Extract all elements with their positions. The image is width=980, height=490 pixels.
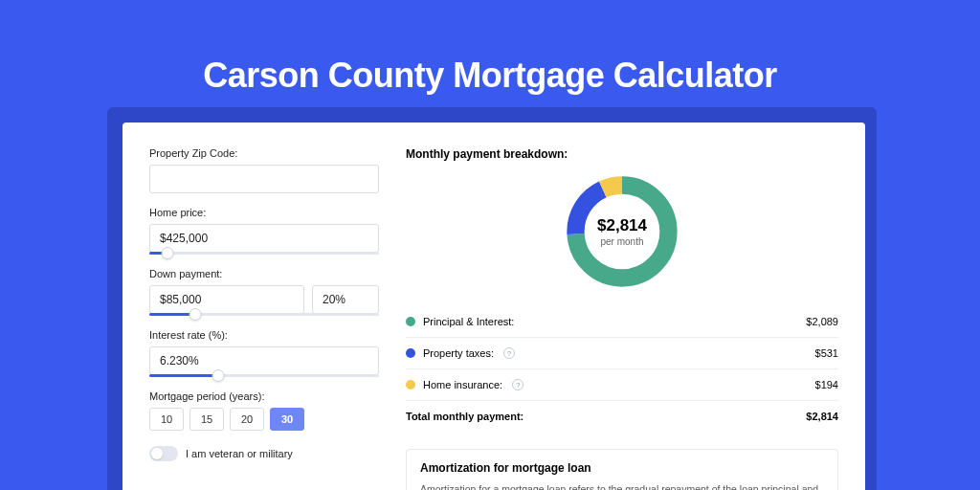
down-payment-input[interactable]: [149, 285, 304, 314]
zip-label: Property Zip Code:: [149, 147, 379, 159]
interest-rate-input[interactable]: [149, 346, 379, 375]
amortization-title: Amortization for mortgage loan: [420, 461, 824, 475]
field-zip: Property Zip Code:: [149, 147, 379, 193]
calculator-card: Property Zip Code: Home price: Down paym…: [122, 122, 865, 490]
slider-thumb[interactable]: [189, 308, 202, 321]
slider-thumb[interactable]: [212, 369, 225, 382]
interest-rate-slider[interactable]: [149, 374, 379, 377]
legend-value: $2,089: [806, 316, 838, 327]
legend-row-taxes: Property taxes: ? $531: [406, 338, 838, 369]
veteran-toggle[interactable]: [149, 446, 178, 461]
mortgage-period-options: 10 15 20 30: [149, 408, 379, 431]
slider-thumb[interactable]: [162, 247, 174, 259]
down-payment-pct-input[interactable]: [312, 285, 379, 314]
legend-total-label: Total monthly payment:: [406, 411, 523, 422]
breakdown-title: Monthly payment breakdown:: [406, 147, 838, 161]
interest-rate-label: Interest rate (%):: [149, 329, 379, 341]
legend-row-principal: Principal & Interest: $2,089: [406, 306, 838, 338]
donut-sublabel: per month: [600, 236, 643, 247]
form-column: Property Zip Code: Home price: Down paym…: [149, 147, 379, 490]
amortization-card: Amortization for mortgage loan Amortizat…: [406, 449, 838, 490]
page-background: Carson County Mortgage Calculator Proper…: [0, 0, 980, 490]
legend-row-insurance: Home insurance: ? $194: [406, 369, 838, 401]
field-mortgage-period: Mortgage period (years): 10 15 20 30: [149, 390, 379, 431]
info-icon[interactable]: ?: [503, 347, 515, 359]
field-interest-rate: Interest rate (%):: [149, 329, 379, 377]
zip-input[interactable]: [149, 165, 379, 193]
legend-label: Property taxes:: [423, 347, 494, 359]
veteran-label: I am veteran or military: [186, 448, 293, 459]
donut-chart: $2,814 per month: [561, 170, 683, 293]
info-icon[interactable]: ?: [512, 379, 523, 390]
period-option-20[interactable]: 20: [230, 408, 264, 431]
donut-wrap: $2,814 per month: [406, 170, 838, 293]
mortgage-period-label: Mortgage period (years):: [149, 390, 379, 402]
donut-center: $2,814 per month: [561, 170, 683, 293]
field-down-payment: Down payment:: [149, 268, 379, 316]
home-price-label: Home price:: [149, 207, 379, 218]
field-veteran: I am veteran or military: [149, 446, 379, 461]
period-option-30[interactable]: 30: [270, 408, 304, 431]
home-price-input[interactable]: [149, 224, 379, 253]
toggle-knob: [151, 448, 163, 459]
dot-icon: [406, 348, 415, 358]
field-home-price: Home price:: [149, 207, 379, 255]
page-title: Carson County Mortgage Calculator: [0, 56, 980, 96]
legend-label: Home insurance:: [423, 379, 502, 390]
breakdown-column: Monthly payment breakdown: $2,814 per mo…: [406, 147, 838, 490]
dot-icon: [406, 317, 415, 326]
legend-row-total: Total monthly payment: $2,814: [406, 401, 838, 432]
donut-value: $2,814: [597, 216, 647, 235]
home-price-slider[interactable]: [149, 252, 379, 255]
breakdown-legend: Principal & Interest: $2,089 Property ta…: [406, 306, 838, 432]
dot-icon: [406, 380, 415, 390]
legend-value: $194: [815, 379, 838, 390]
down-payment-label: Down payment:: [149, 268, 379, 279]
legend-value: $531: [815, 347, 838, 359]
legend-total-value: $2,814: [806, 411, 838, 422]
legend-label: Principal & Interest:: [423, 316, 514, 327]
down-payment-slider[interactable]: [149, 313, 379, 316]
amortization-body: Amortization for a mortgage loan refers …: [420, 482, 824, 490]
period-option-10[interactable]: 10: [149, 408, 184, 431]
period-option-15[interactable]: 15: [189, 408, 224, 431]
slider-fill: [149, 374, 218, 377]
